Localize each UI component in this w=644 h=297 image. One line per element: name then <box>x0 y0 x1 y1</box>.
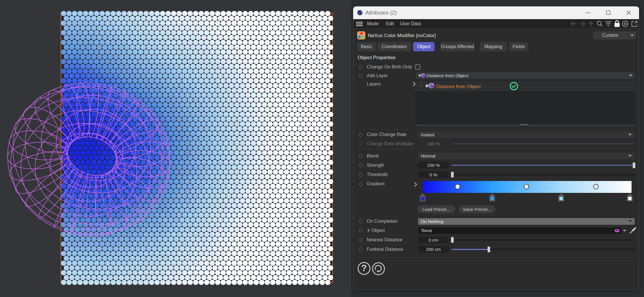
svg-text:?: ? <box>361 263 367 273</box>
